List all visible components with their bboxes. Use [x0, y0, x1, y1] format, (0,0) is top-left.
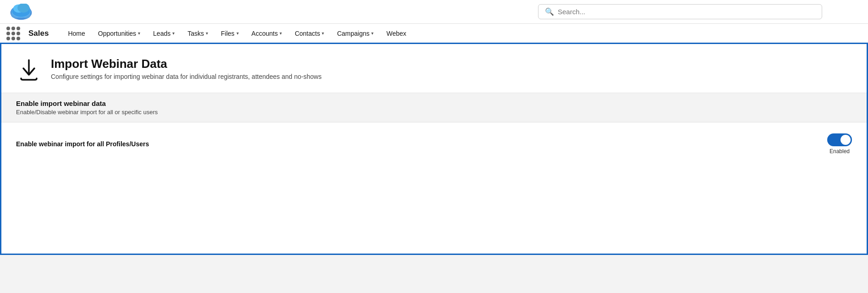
- search-bar[interactable]: 🔍: [538, 4, 822, 19]
- chevron-down-icon: ▾: [371, 31, 374, 36]
- nav-accounts-label: Accounts: [252, 30, 278, 37]
- check-icon: ✓: [831, 137, 836, 144]
- enable-toggle[interactable]: ✓: [827, 133, 852, 146]
- chevron-down-icon: ▾: [172, 31, 175, 36]
- search-bar-container: 🔍: [538, 4, 822, 19]
- nav-item-home[interactable]: Home: [61, 23, 91, 44]
- dot: [11, 27, 15, 30]
- app-launcher-button[interactable]: [5, 25, 22, 42]
- dot: [6, 32, 10, 35]
- nav-bar: Sales Home Opportunities ▾ Leads ▾ Tasks…: [0, 24, 868, 44]
- chevron-down-icon: ▾: [280, 31, 282, 36]
- nav-item-campaigns[interactable]: Campaigns ▾: [330, 23, 380, 44]
- download-icon: [17, 58, 40, 81]
- dot: [16, 27, 20, 30]
- app-name: Sales: [28, 29, 49, 38]
- dot: [6, 37, 10, 40]
- nav-item-webex[interactable]: Webex: [380, 23, 412, 44]
- nav-tasks-label: Tasks: [187, 30, 204, 37]
- section-header: Enable import webinar data Enable/Disabl…: [1, 93, 867, 122]
- section-subtitle: Enable/Disable webinar import for all or…: [16, 109, 852, 116]
- nav-leads-label: Leads: [153, 30, 170, 37]
- page-header: Import Webinar Data Configure settings f…: [1, 44, 867, 93]
- salesforce-logo: [9, 4, 33, 20]
- dot: [16, 37, 20, 40]
- dot: [11, 37, 15, 40]
- setting-label: Enable webinar import for all Profiles/U…: [16, 140, 149, 148]
- nav-item-opportunities[interactable]: Opportunities ▾: [92, 23, 147, 44]
- nav-contacts-label: Contacts: [295, 30, 320, 37]
- chevron-down-icon: ▾: [206, 31, 208, 36]
- nav-files-label: Files: [221, 30, 235, 37]
- import-icon: [16, 57, 42, 83]
- dot: [16, 32, 20, 35]
- toggle-thumb: [841, 135, 851, 145]
- nav-item-files[interactable]: Files ▾: [214, 23, 245, 44]
- section-title: Enable import webinar data: [16, 100, 852, 107]
- chevron-down-icon: ▾: [236, 31, 239, 36]
- nav-home-label: Home: [68, 30, 85, 37]
- search-icon: 🔍: [545, 7, 554, 16]
- nav-item-leads[interactable]: Leads ▾: [147, 23, 181, 44]
- chevron-down-icon: ▾: [138, 31, 140, 36]
- page-header-text: Import Webinar Data Configure settings f…: [51, 57, 322, 80]
- setting-row: Enable webinar import for all Profiles/U…: [1, 122, 867, 166]
- toggle-track: ✓: [827, 133, 852, 146]
- page-subtitle: Configure settings for importing webinar…: [51, 73, 322, 80]
- nav-webex-label: Webex: [386, 30, 406, 37]
- nav-item-accounts[interactable]: Accounts ▾: [245, 23, 289, 44]
- dot: [11, 32, 15, 35]
- page-title: Import Webinar Data: [51, 57, 322, 71]
- top-bar: 🔍: [0, 0, 868, 24]
- nav-opportunities-label: Opportunities: [98, 30, 136, 37]
- nav-campaigns-label: Campaigns: [337, 30, 369, 37]
- content-area: Import Webinar Data Configure settings f…: [0, 44, 868, 255]
- nav-item-contacts[interactable]: Contacts ▾: [288, 23, 330, 44]
- nav-item-tasks[interactable]: Tasks ▾: [181, 23, 214, 44]
- toggle-container: ✓ Enabled: [827, 133, 852, 155]
- dot: [6, 27, 10, 30]
- toggle-state-label: Enabled: [830, 148, 850, 155]
- search-input[interactable]: [558, 8, 815, 16]
- chevron-down-icon: ▾: [322, 31, 324, 36]
